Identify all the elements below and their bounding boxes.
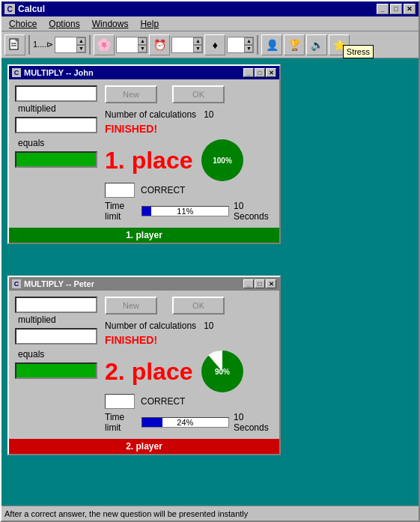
spinner-4-input[interactable]: 2 bbox=[228, 37, 244, 52]
john-input-number1[interactable]: 1 bbox=[15, 85, 97, 102]
spinner-3-arrows[interactable]: ▲ ▼ bbox=[193, 37, 202, 52]
peter-minimize-btn[interactable]: _ bbox=[243, 279, 254, 288]
john-window-icon: C bbox=[12, 68, 21, 77]
sound-icon-button[interactable]: 🔊 bbox=[306, 34, 327, 55]
john-correct-input[interactable]: 10 bbox=[105, 183, 135, 198]
john-pie-svg: 100% bbox=[200, 138, 245, 183]
john-pie-chart: 100% bbox=[200, 138, 245, 183]
multiply-window-peter: C MULTIPLY -- Peter _ □ ✕ 5 multiplied 8… bbox=[7, 276, 281, 455]
peter-left-panel: 5 multiplied 8 equals 40 bbox=[15, 297, 97, 433]
menu-choice[interactable]: Choice bbox=[3, 17, 43, 31]
john-time-limit-row: Time limit 11% 10 Seconds bbox=[105, 201, 273, 222]
john-correct-row: 10 CORRECT bbox=[105, 183, 273, 198]
peter-time-limit-row: Time limit 24% 10 Seconds bbox=[105, 412, 273, 433]
menu-options[interactable]: Options bbox=[43, 17, 85, 31]
new-file-button[interactable] bbox=[4, 34, 25, 55]
john-close-btn[interactable]: ✕ bbox=[266, 68, 276, 77]
spinner-1-down[interactable]: ▼ bbox=[76, 45, 85, 52]
peter-title-controls: _ □ ✕ bbox=[243, 279, 276, 288]
peter-input-answer[interactable]: 40 bbox=[15, 362, 97, 379]
close-button[interactable]: ✕ bbox=[404, 4, 416, 14]
peter-pie-label: 90% bbox=[215, 368, 230, 376]
peter-num-calcs: Number of calculations 10 bbox=[105, 321, 273, 331]
john-right-panel: New OK Number of calculations 10 FINISHE… bbox=[97, 85, 273, 222]
app-title: Calcul bbox=[18, 4, 377, 14]
spinner-2-input[interactable]: 10 bbox=[117, 37, 138, 52]
spinner-2[interactable]: 10 ▲ ▼ bbox=[116, 37, 147, 53]
john-input-number2[interactable]: 1 bbox=[15, 117, 97, 133]
trophy-icon-button[interactable]: 🏆 bbox=[284, 34, 305, 55]
spinner-3-input[interactable]: 10 bbox=[172, 37, 193, 52]
stress-tooltip: Stress bbox=[343, 45, 374, 58]
john-window-title: MULTIPLY -- John bbox=[24, 68, 243, 77]
peter-close-btn[interactable]: ✕ bbox=[266, 279, 276, 288]
page-indicator: 1....⊳ bbox=[33, 40, 53, 49]
bottom-status-bar: After a correct answer, the new question… bbox=[1, 506, 419, 521]
john-equals-label: equals bbox=[18, 138, 97, 148]
john-maximize-btn[interactable]: □ bbox=[255, 68, 265, 77]
person-icon-button[interactable]: 👤 bbox=[261, 34, 282, 55]
peter-btn-row: New OK bbox=[105, 297, 273, 315]
clock-icon-button[interactable]: ⏰ bbox=[149, 34, 170, 55]
spinner-3-down[interactable]: ▼ bbox=[193, 45, 202, 52]
peter-window-icon: C bbox=[12, 279, 21, 288]
toolbar-sep-3 bbox=[257, 35, 258, 55]
peter-maximize-btn[interactable]: □ bbox=[255, 279, 265, 288]
spinner-1[interactable]: 12 ▲ ▼ bbox=[55, 37, 86, 53]
john-place: 1. place bbox=[105, 147, 192, 174]
john-input-answer[interactable]: 1 bbox=[15, 151, 97, 168]
peter-pie-chart: 90% bbox=[200, 349, 245, 394]
spinner-1-up[interactable]: ▲ bbox=[76, 37, 85, 45]
spinner-3-up[interactable]: ▲ bbox=[193, 37, 202, 45]
spinner-4-up[interactable]: ▲ bbox=[244, 37, 253, 45]
peter-time-limit-pct: 24% bbox=[142, 418, 228, 427]
flower-icon-button[interactable]: 🌸 bbox=[94, 34, 115, 55]
john-correct-label: CORRECT bbox=[141, 185, 185, 195]
peter-input-number1[interactable]: 5 bbox=[15, 297, 97, 313]
minimize-button[interactable]: _ bbox=[377, 4, 389, 14]
peter-place-row: 2. place 90% bbox=[105, 349, 273, 394]
peter-new-button[interactable]: New bbox=[105, 297, 157, 315]
spinner-1-arrows[interactable]: ▲ ▼ bbox=[76, 37, 85, 52]
spinner-1-input[interactable]: 12 bbox=[55, 37, 76, 52]
spinner-4-down[interactable]: ▼ bbox=[244, 45, 253, 52]
john-time-limit-bar: 11% bbox=[141, 206, 229, 216]
peter-place: 2. place bbox=[105, 358, 192, 386]
peter-input-number2[interactable]: 8 bbox=[15, 328, 97, 345]
spinner-2-up[interactable]: ▲ bbox=[138, 37, 147, 45]
peter-status-bar: 2. player bbox=[9, 439, 279, 454]
peter-time-limit-seconds: 10 Seconds bbox=[234, 412, 273, 433]
john-minimize-btn[interactable]: _ bbox=[243, 68, 254, 77]
main-title-bar: C Calcul _ □ ✕ bbox=[1, 1, 419, 16]
john-new-button[interactable]: New bbox=[105, 85, 157, 103]
john-ok-button[interactable]: OK bbox=[172, 85, 225, 103]
maximize-button[interactable]: □ bbox=[390, 4, 402, 14]
john-status-bar: 1. player bbox=[9, 228, 279, 243]
spinner-3[interactable]: 10 ▲ ▼ bbox=[171, 37, 203, 53]
diamond-icon-button[interactable]: ♦ bbox=[204, 34, 225, 55]
john-time-limit-seconds: 10 Seconds bbox=[234, 201, 273, 222]
peter-correct-input[interactable]: 9 bbox=[105, 394, 135, 409]
toolbar-sep-1 bbox=[28, 35, 30, 55]
title-bar-controls: _ □ ✕ bbox=[377, 4, 416, 14]
peter-ok-button[interactable]: OK bbox=[172, 297, 225, 315]
menu-help[interactable]: Help bbox=[134, 17, 165, 31]
toolbar-sep-2 bbox=[89, 35, 91, 55]
spinner-4-arrows[interactable]: ▲ ▼ bbox=[244, 37, 253, 52]
multiply-window-john: C MULTIPLY -- John _ □ ✕ 1 multiplied 1 … bbox=[7, 64, 281, 244]
menu-bar: Choice Options Windows Help bbox=[1, 16, 419, 31]
peter-pie-svg: 90% bbox=[200, 349, 245, 394]
john-time-limit-label: Time limit bbox=[105, 201, 137, 222]
spinner-4[interactable]: 2 ▲ ▼ bbox=[227, 37, 254, 53]
content-area: C MULTIPLY -- John _ □ ✕ 1 multiplied 1 … bbox=[1, 58, 419, 506]
peter-time-limit-bar: 24% bbox=[141, 417, 229, 428]
peter-window-title: MULTIPLY -- Peter bbox=[24, 279, 243, 288]
peter-time-limit-label: Time limit bbox=[105, 412, 137, 433]
john-content: 1 multiplied 1 equals 1 New OK Number of bbox=[9, 79, 279, 228]
john-title-controls: _ □ ✕ bbox=[243, 68, 276, 77]
spinner-2-arrows[interactable]: ▲ ▼ bbox=[138, 37, 147, 52]
spinner-2-down[interactable]: ▼ bbox=[138, 45, 147, 52]
bottom-status-text: After a correct answer, the new question… bbox=[4, 509, 248, 518]
menu-windows[interactable]: Windows bbox=[86, 17, 135, 31]
john-time-limit-pct: 11% bbox=[142, 207, 228, 216]
